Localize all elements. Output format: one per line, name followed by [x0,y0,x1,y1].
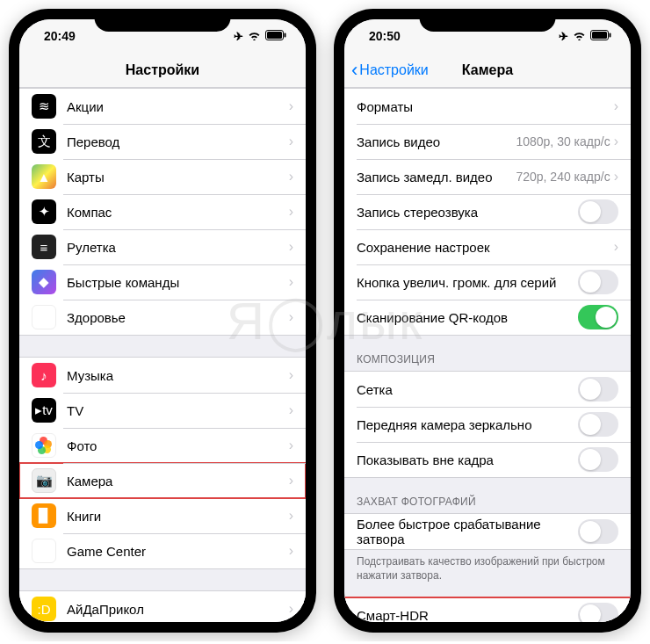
row-label: TV [67,403,289,418]
setting-row: Показывать вне кадра [344,442,631,477]
status-icons: ✈ [234,30,286,43]
chevron-right-icon: › [289,134,293,149]
toggle-switch[interactable] [578,603,618,622]
settings-row-photos[interactable]: Фото› [19,428,306,463]
row-label: Компас [67,205,289,220]
clock: 20:49 [44,29,76,43]
svg-rect-1 [267,32,282,39]
row-label: АйДаПрикол [67,602,289,617]
settings-row-books[interactable]: ▉Книги› [19,498,306,533]
row-label: Здоровье [67,310,289,325]
measure-icon: ≡ [32,235,56,259]
row-label: Передняя камера зеркально [357,417,578,432]
setting-row[interactable]: Сохранение настроек› [344,229,631,264]
setting-row: Передняя камера зеркально [344,407,631,442]
settings-list[interactable]: ≋Акции›文Перевод›▲Карты›✦Компас›≡Рулетка›… [19,88,306,622]
toggle-switch[interactable] [578,270,618,294]
chevron-right-icon: › [289,274,293,290]
row-label: Форматы [357,99,614,114]
setting-row[interactable]: Запись замедл. видео720p, 240 кадр/с› [344,159,631,194]
chevron-right-icon: › [289,309,293,325]
settings-row-compass[interactable]: ✦Компас› [19,194,306,229]
setting-row: Более быстрое срабатывание затвора [344,514,631,549]
chevron-right-icon: › [289,204,293,220]
chevron-right-icon: › [614,134,618,149]
airplane-icon: ✈ [234,30,243,43]
battery-icon [265,30,286,43]
settings-row-ad[interactable]: :DАйДаПрикол› [19,591,306,622]
airplane-icon: ✈ [559,30,568,43]
setting-row[interactable]: Форматы› [344,89,631,124]
toggle-switch[interactable] [578,412,618,437]
chevron-right-icon: › [289,402,293,418]
clock: 20:50 [369,29,401,43]
chevron-right-icon: › [289,367,293,383]
toggle-switch[interactable] [578,377,618,402]
phone-frame-left: 20:49 ✈ Настройки ≋Акции›文Перевод›▲Карты… [9,9,316,633]
settings-row-tv[interactable]: ▸tvTV› [19,393,306,428]
wifi-icon [573,30,586,43]
chevron-right-icon: › [289,508,293,524]
svg-rect-2 [285,33,286,37]
compass-icon: ✦ [32,199,56,224]
settings-row-gc[interactable]: ●●Game Center› [19,533,306,568]
row-label: Game Center [67,544,289,559]
setting-row: Сетка [344,372,631,407]
row-label: Сохранение настроек [357,240,614,255]
settings-row-translate[interactable]: 文Перевод› [19,124,306,159]
chevron-right-icon: › [289,239,293,255]
settings-row-health[interactable]: ♥Здоровье› [19,300,306,335]
row-label: Рулетка [67,240,289,255]
settings-row-shortcuts[interactable]: ◆Быстрые команды› [19,264,306,300]
toggle-switch[interactable] [578,199,618,224]
back-button[interactable]: ‹ Настройки [351,61,429,80]
row-label: Фото [67,438,289,453]
row-label: Запись видео [357,134,516,149]
row-label: Музыка [67,368,289,383]
wifi-icon [248,30,261,43]
section-footer-shutter: Подстраивать качество изображений при бы… [344,550,631,590]
toggle-switch[interactable] [578,305,618,329]
toggle-switch[interactable] [578,447,618,472]
chevron-right-icon: › [289,169,293,185]
row-detail: 720p, 240 кадр/с [516,170,610,184]
back-label: Настройки [359,62,428,78]
row-label: Акции [67,99,289,114]
music-icon: ♪ [32,363,56,387]
row-label: Показывать вне кадра [357,452,578,467]
svg-rect-4 [592,32,607,39]
chevron-right-icon: › [614,98,618,114]
settings-row-camera[interactable]: 📷Камера› [19,463,306,498]
settings-row-stocks[interactable]: ≋Акции› [19,89,306,124]
stocks-icon: ≋ [32,94,56,119]
row-label: Запись замедл. видео [357,170,516,185]
chevron-right-icon: › [289,473,293,488]
setting-row: Смарт-HDR [344,597,631,622]
settings-row-maps[interactable]: ▲Карты› [19,159,306,194]
nav-bar: ‹ Настройки Камера [344,53,631,88]
status-icons: ✈ [559,30,611,43]
row-detail: 1080p, 30 кадр/с [516,134,610,148]
camera-settings-list[interactable]: Форматы›Запись видео1080p, 30 кадр/с›Зап… [344,88,631,622]
chevron-right-icon: › [614,239,618,255]
setting-row[interactable]: Запись видео1080p, 30 кадр/с› [344,124,631,159]
row-label: Сканирование QR-кодов [357,310,578,325]
chevron-right-icon: › [289,98,293,114]
setting-row: Кнопка увелич. громк. для серий [344,264,631,300]
books-icon: ▉ [32,503,56,528]
ad-icon: :D [32,597,56,621]
settings-row-music[interactable]: ♪Музыка› [19,358,306,393]
photos-icon [32,433,56,458]
row-label: Камера [67,474,289,488]
row-label: Быстрые команды [67,275,289,290]
settings-row-measure[interactable]: ≡Рулетка› [19,229,306,264]
setting-row: Сканирование QR-кодов [344,300,631,335]
row-label: Смарт-HDR [357,608,578,622]
chevron-left-icon: ‹ [351,61,358,80]
page-title: Настройки [126,62,199,78]
toggle-switch[interactable] [578,519,618,544]
svg-rect-5 [610,33,611,37]
chevron-right-icon: › [614,169,618,185]
row-label: Перевод [67,134,289,149]
row-label: Сетка [357,382,578,397]
